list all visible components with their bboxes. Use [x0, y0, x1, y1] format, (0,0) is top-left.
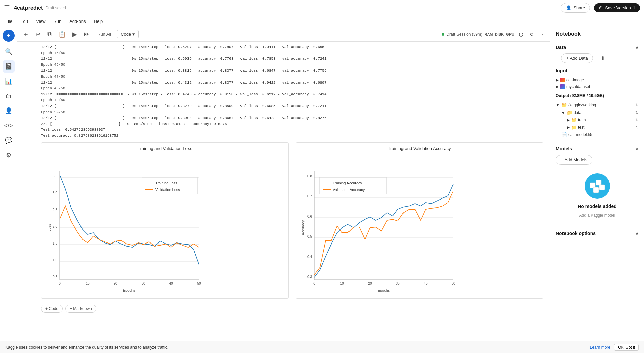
sidebar-icon-chart[interactable]: 📊 — [3, 75, 15, 87]
run-all-label: Run All — [97, 32, 111, 37]
add-data-button[interactable]: + Add Data — [561, 53, 593, 63]
sidebar-icon-table[interactable]: 🗂 — [3, 90, 15, 102]
fast-forward-button[interactable]: ⏭ — [81, 29, 93, 39]
data-section-chevron[interactable]: ∧ — [635, 45, 639, 50]
test-accuracy-line: Test accuracy: 0.827586233616158752 — [41, 133, 545, 139]
menu-help[interactable]: Help — [93, 17, 104, 25]
sidebar-icon-notebook[interactable]: 📓 — [3, 60, 15, 73]
menu-view[interactable]: View — [35, 17, 47, 25]
session-indicator: Draft Session (39m) — [442, 32, 482, 37]
output-line-1: 12/12 [==============================] -… — [41, 56, 545, 62]
svg-text:0: 0 — [313, 282, 315, 285]
epoch-45: Epoch 45/50 — [41, 50, 545, 56]
image-thumb2 — [560, 84, 565, 89]
sidebar-icon-code[interactable]: </> — [3, 120, 15, 132]
no-models-sub: Add a Kaggle model — [579, 213, 615, 218]
sidebar-icon-comment[interactable]: 💬 — [3, 134, 15, 146]
accuracy-chart: Accuracy 0.3 0.4 0.5 0.6 0.7 0.8 — [299, 154, 460, 295]
expand-train: ▶ — [567, 118, 570, 122]
save-version-button[interactable]: ⏱ Save Version 1 — [594, 3, 640, 12]
menu-bar: File Edit View Run Add-ons Help — [0, 16, 644, 27]
refresh-working[interactable]: ↻ — [635, 103, 639, 107]
run-button[interactable]: ▶ — [70, 29, 80, 39]
accuracy-chart-wrapper: Training and Validation Accuracy Accurac… — [296, 142, 543, 299]
model-file-label: cat_model.h5 — [568, 132, 592, 137]
cell-output: 12/12 [==============================] -… — [17, 42, 550, 139]
session-label: Draft Session (39m) — [446, 32, 482, 37]
svg-text:Validation Loss: Validation Loss — [155, 188, 180, 192]
copy-button[interactable]: ⧉ — [45, 29, 54, 39]
refresh-data[interactable]: ↻ — [635, 110, 639, 115]
charts-container: Training and Validation Loss Loss 0.5 1.… — [17, 139, 550, 302]
save-version-label: Save Version — [605, 5, 631, 10]
train-label: train — [578, 118, 586, 122]
add-models-label: + Add Models — [561, 157, 587, 162]
add-models-button[interactable]: + Add Models — [556, 155, 592, 165]
clock-icon: ⏱ — [599, 5, 603, 10]
gpu-icon[interactable]: GPU — [505, 29, 515, 39]
menu-run[interactable]: Run — [52, 17, 63, 25]
test-folder[interactable]: ▶ 📁 test ↻ — [550, 124, 644, 131]
mycatdataset-label: mycatdataset — [566, 84, 590, 89]
menu-addons[interactable]: Add-ons — [68, 17, 87, 25]
train-folder[interactable]: ▶ 📁 train ↻ — [550, 116, 644, 124]
share-button[interactable]: 👤 Share — [561, 3, 590, 13]
image-thumb — [560, 78, 565, 82]
share-icon: 👤 — [566, 5, 571, 10]
hamburger-icon[interactable]: ☰ — [4, 4, 10, 12]
output-line-7: 2/2 [==============================] - 0… — [41, 121, 545, 127]
models-section-chevron[interactable]: ∧ — [635, 146, 639, 151]
paste-button[interactable]: 📋 — [56, 29, 68, 39]
run-all-button[interactable]: Run All — [94, 30, 114, 38]
working-label: /kaggle/working — [568, 103, 596, 107]
notebook-options-header: Notebook options ∧ — [550, 227, 644, 238]
disk-icon[interactable]: DISK — [494, 29, 504, 39]
data-folder[interactable]: ▼ 📁 data ↻ — [550, 109, 644, 116]
add-cell-button[interactable]: ＋ — [20, 29, 32, 40]
cookie-text: Kaggle uses cookies to deliver and enhan… — [5, 345, 168, 350]
more-icon[interactable]: ⋮ — [537, 29, 547, 39]
main-layout: + 🔍 📓 📊 🗂 👤 </> 💬 ⚙ ⌄ ＋ ✂ ⧉ 📋 ▶ ⏭ Run Al… — [0, 27, 644, 353]
model-cube-icon — [584, 173, 611, 200]
add-code-button[interactable]: + Code — [41, 305, 63, 313]
svg-rect-59 — [599, 185, 605, 190]
mycatdataset-item[interactable]: ▶ mycatdataset — [550, 83, 644, 90]
app-title: 4catpredict — [14, 5, 43, 11]
cut-button[interactable]: ✂ — [33, 29, 43, 39]
sidebar-icon-settings[interactable]: ⚙ — [3, 149, 15, 161]
session-dot — [442, 33, 444, 36]
top-right-actions: 👤 Share ⏱ Save Version 1 — [561, 3, 640, 13]
refresh-icon[interactable]: ↻ — [527, 29, 537, 39]
svg-text:0: 0 — [59, 282, 61, 285]
svg-text:1.0: 1.0 — [53, 258, 57, 262]
ram-icon[interactable]: RAM — [484, 29, 494, 39]
cat-image-item[interactable]: ▶ cat-image — [550, 77, 644, 83]
folder-icon-data: 📁 — [567, 110, 572, 115]
save-version-number: 1 — [633, 5, 635, 10]
working-folder[interactable]: ▼ 📁 /kaggle/working ↻ — [550, 101, 644, 109]
sidebar-icon-person[interactable]: 👤 — [3, 105, 15, 117]
model-file[interactable]: 📄 cat_model.h5 — [550, 131, 644, 138]
notebook-options-chevron[interactable]: ∧ — [635, 231, 639, 236]
sidebar-icon-search[interactable]: 🔍 — [3, 46, 15, 58]
learn-more-link[interactable]: Learn more. — [590, 345, 612, 350]
add-markdown-button[interactable]: + Markdown — [65, 305, 96, 313]
refresh-train[interactable]: ↻ — [635, 118, 639, 122]
refresh-test[interactable]: ↻ — [635, 125, 639, 130]
menu-file[interactable]: File — [4, 17, 14, 25]
models-section-title: Models — [556, 146, 572, 151]
svg-text:0.4: 0.4 — [307, 255, 312, 259]
menu-edit[interactable]: Edit — [19, 17, 29, 25]
svg-point-56 — [585, 173, 610, 199]
loss-chart: Loss 0.5 1.0 1.5 2.0 2.5 3.0 3.5 — [45, 154, 206, 295]
output-file-tree: ▼ 📁 /kaggle/working ↻ ▼ 📁 data ↻ ▶ 📁 tra… — [550, 100, 644, 140]
svg-text:40: 40 — [169, 282, 173, 285]
epoch-46: Epoch 46/50 — [41, 62, 545, 68]
add-button[interactable]: + — [3, 30, 15, 42]
upload-button[interactable]: ⬆ — [598, 54, 608, 63]
ok-button[interactable]: Ok, Got it — [614, 344, 639, 351]
power-icon[interactable]: ⏻ — [516, 29, 526, 39]
draft-status: Draft saved — [45, 6, 66, 10]
code-dropdown[interactable]: Code ▾ — [117, 30, 139, 38]
svg-text:50: 50 — [197, 282, 201, 285]
